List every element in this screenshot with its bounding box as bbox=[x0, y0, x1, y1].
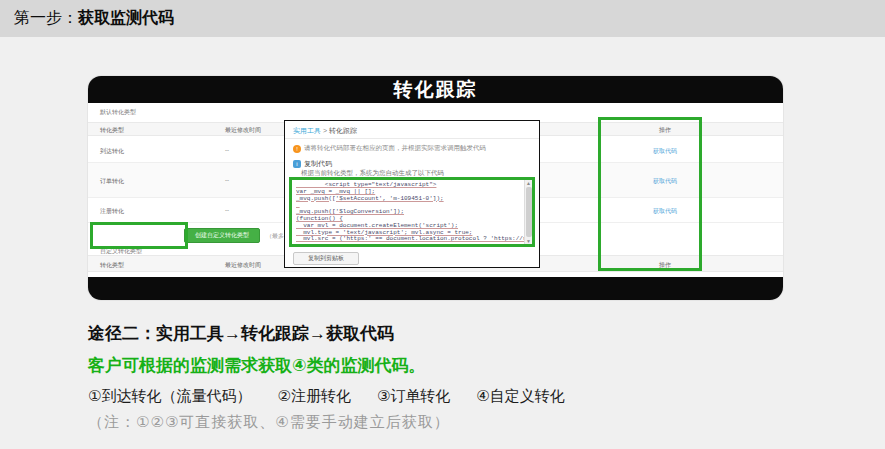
note-line: （注：①②③可直接获取、④需要手动建立后获取） bbox=[88, 413, 808, 432]
conversion-types-line: ①到达转化（流量代码） ②注册转化 ③订单转化 ④自定义转化 bbox=[88, 387, 808, 406]
warning-row: ! 请将转化代码部署在相应的页面，并根据实际需求调用触发代码 bbox=[293, 144, 486, 153]
type-custom: ④自定义转化 bbox=[476, 387, 564, 406]
tracking-code[interactable]: <script type="text/javascript"> var _mvq… bbox=[292, 180, 524, 244]
default-types-label: 默认转化类型 bbox=[100, 108, 136, 117]
copy-to-clipboard-button[interactable]: 复制到剪贴板 bbox=[293, 252, 359, 265]
step-title-bar: 第一步：获取监测代码 bbox=[0, 0, 885, 37]
col-type: 转化类型 bbox=[100, 126, 124, 135]
warning-icon: ! bbox=[293, 145, 301, 153]
col-action: 操作 bbox=[633, 126, 697, 135]
breadcrumb-current: 转化跟踪 bbox=[329, 127, 357, 134]
annotation-block: 途径二：实用工具→转化跟踪→获取代码 客户可根据的监测需求获取④类的监测代码。 … bbox=[88, 322, 808, 432]
scrollbar[interactable]: ▲ ▼ bbox=[524, 180, 532, 244]
copy-code-title: 复制代码 bbox=[304, 159, 332, 169]
card-footer bbox=[88, 277, 783, 300]
scrollbar-thumb[interactable] bbox=[526, 187, 532, 237]
card-title: 转化跟踪 bbox=[394, 77, 478, 103]
scroll-up-icon[interactable]: ▲ bbox=[526, 180, 531, 186]
breadcrumb-separator: > bbox=[321, 127, 329, 134]
type-order: ③订单转化 bbox=[377, 387, 450, 406]
tracking-code-box: <script type="text/javascript"> var _mvq… bbox=[289, 177, 535, 247]
card-header: 转化跟踪 bbox=[88, 76, 783, 103]
col-modified: 最近修改时间 bbox=[225, 261, 261, 270]
info-icon: i bbox=[293, 160, 301, 168]
row-modified: -- bbox=[225, 177, 229, 183]
type-register: ②注册转化 bbox=[277, 387, 350, 406]
breadcrumb-tools[interactable]: 实用工具 bbox=[293, 127, 321, 134]
row-type: 注册转化 bbox=[100, 207, 124, 216]
get-code-modal: 实用工具 > 转化跟踪 ! 请将转化代码部署在相应的页面，并根据实际需求调用触发… bbox=[284, 120, 540, 268]
col-action: 操作 bbox=[633, 261, 697, 270]
row-modified: -- bbox=[225, 147, 229, 153]
get-code-link[interactable]: 获取代码 bbox=[633, 147, 697, 156]
get-code-link[interactable]: 获取代码 bbox=[633, 177, 697, 186]
scroll-down-icon[interactable]: ▼ bbox=[526, 238, 531, 244]
get-code-link[interactable]: 获取代码 bbox=[633, 207, 697, 216]
page: 第一步：获取监测代码 转化跟踪 默认转化类型 转化类型 最近修改时间 操作 到达… bbox=[0, 0, 885, 449]
col-modified: 最近修改时间 bbox=[225, 126, 261, 135]
row-type: 订单转化 bbox=[100, 177, 124, 186]
col-type: 转化类型 bbox=[100, 261, 124, 270]
divider bbox=[285, 138, 539, 139]
breadcrumb: 实用工具 > 转化跟踪 bbox=[293, 126, 357, 136]
warning-text: 请将转化代码部署在相应的页面，并根据实际需求调用触发代码 bbox=[304, 144, 486, 153]
code-line: _mvq.push(['$setAccount', 'm-109451-0'])… bbox=[296, 196, 522, 203]
step-title: 获取监测代码 bbox=[78, 8, 174, 29]
step-title-prefix: 第一步： bbox=[14, 8, 78, 29]
row-modified: -- bbox=[225, 207, 229, 213]
create-custom-type-button[interactable]: 创建自定义转化类型 bbox=[184, 228, 260, 243]
type-arrival: ①到达转化（流量代码） bbox=[88, 387, 251, 406]
path-title: 途径二：实用工具→转化跟踪→获取代码 bbox=[88, 322, 808, 345]
copy-code-row: i 复制代码 bbox=[293, 159, 332, 169]
row-type: 到达转化 bbox=[100, 147, 124, 156]
green-note: 客户可根据的监测需求获取④类的监测代码。 bbox=[88, 354, 808, 377]
code-line: mvl.src = ('https:' == document.location… bbox=[296, 236, 522, 243]
